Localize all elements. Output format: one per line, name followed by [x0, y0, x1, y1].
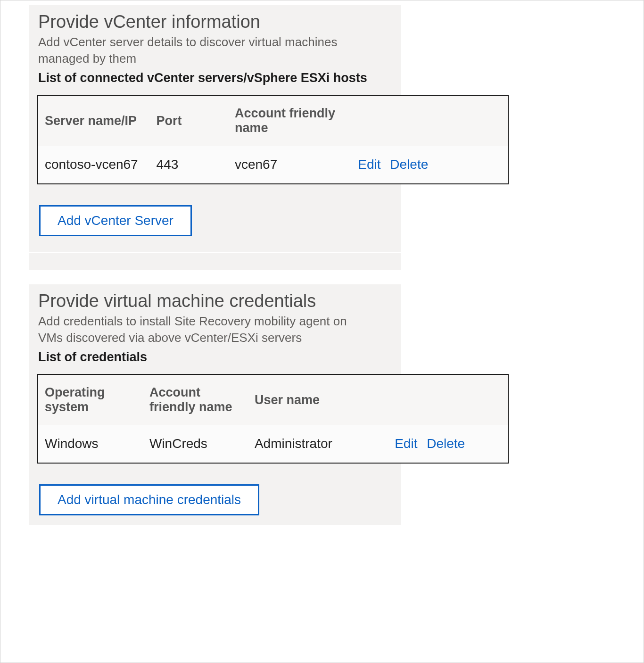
cell-username: Administrator — [248, 425, 388, 463]
add-vcenter-button[interactable]: Add vCenter Server — [39, 205, 192, 236]
credentials-title: Provide virtual machine credentials — [38, 291, 392, 311]
vcenter-description: Add vCenter server details to discover v… — [38, 34, 368, 67]
cell-os: Windows — [38, 425, 143, 463]
cell-actions: Edit Delete — [388, 425, 508, 463]
cell-actions: Edit Delete — [351, 146, 508, 184]
vcenter-list-label: List of connected vCenter servers/vSpher… — [38, 71, 368, 85]
delete-link[interactable]: Delete — [390, 157, 428, 172]
credentials-list-label: List of credentials — [38, 350, 368, 365]
cell-account: vcen67 — [228, 146, 351, 184]
vcenter-table: Server name/IP Port Account friendly nam… — [37, 95, 509, 184]
cell-server: contoso-vcen67 — [38, 146, 150, 184]
edit-link[interactable]: Edit — [395, 436, 417, 451]
credentials-description: Add credentials to install Site Recovery… — [38, 313, 368, 346]
col-os: Operating system — [38, 374, 143, 425]
credentials-section: Provide virtual machine credentials Add … — [29, 284, 401, 525]
vcenter-section: Provide vCenter information Add vCenter … — [29, 5, 401, 252]
add-credentials-button[interactable]: Add virtual machine credentials — [39, 484, 259, 515]
cell-port: 443 — [150, 146, 228, 184]
edit-link[interactable]: Edit — [358, 157, 380, 172]
col-actions — [388, 374, 508, 425]
col-server: Server name/IP — [38, 95, 150, 146]
delete-link[interactable]: Delete — [427, 436, 465, 451]
vcenter-title: Provide vCenter information — [38, 12, 392, 32]
col-port: Port — [150, 95, 228, 146]
config-panel: Provide vCenter information Add vCenter … — [0, 0, 644, 663]
col-account: Account friendly name — [228, 95, 351, 146]
credentials-table: Operating system Account friendly name U… — [37, 374, 509, 464]
table-header-row: Operating system Account friendly name U… — [38, 374, 508, 425]
col-actions — [351, 95, 508, 146]
table-header-row: Server name/IP Port Account friendly nam… — [38, 95, 508, 146]
col-account: Account friendly name — [143, 374, 248, 425]
table-row: Windows WinCreds Administrator Edit Dele… — [38, 425, 508, 463]
col-username: User name — [248, 374, 388, 425]
cell-account: WinCreds — [143, 425, 248, 463]
table-row: contoso-vcen67 443 vcen67 Edit Delete — [38, 146, 508, 184]
section-divider — [29, 253, 401, 270]
